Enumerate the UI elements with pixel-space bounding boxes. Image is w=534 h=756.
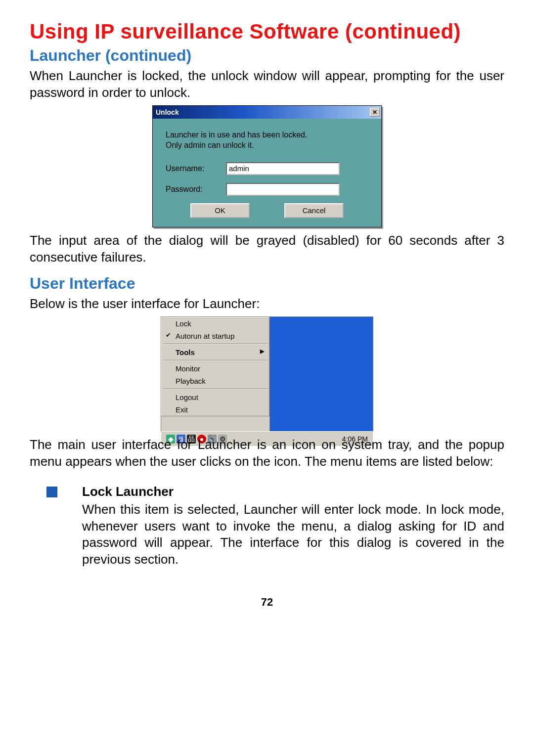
cancel-button[interactable]: Cancel bbox=[284, 203, 344, 218]
launcher-menu-screenshot: Lock Autorun at startup Tools Monitor Pl… bbox=[161, 316, 373, 432]
password-label: Password: bbox=[166, 185, 226, 194]
desktop-background bbox=[270, 317, 373, 431]
page-title: Using IP surveillance Software (continue… bbox=[30, 20, 504, 44]
menu-item-exit[interactable]: Exit bbox=[162, 403, 269, 416]
menu-item-monitor[interactable]: Monitor bbox=[162, 362, 269, 375]
section-ui-heading: User Interface bbox=[30, 274, 504, 293]
context-menu: Lock Autorun at startup Tools Monitor Pl… bbox=[161, 317, 269, 416]
menu-separator bbox=[163, 344, 268, 345]
menu-item-playback[interactable]: Playback bbox=[162, 375, 269, 387]
bullet-lock-launcher-title: Lock Launcher bbox=[82, 484, 504, 499]
password-input[interactable] bbox=[226, 183, 340, 196]
unlock-dialog: Unlock ✕ Launcher is in use and has been… bbox=[152, 105, 382, 227]
intro-paragraph-1: When Launcher is locked, the unlock wind… bbox=[30, 68, 504, 101]
menu-item-autorun[interactable]: Autorun at startup bbox=[162, 330, 269, 342]
username-input[interactable] bbox=[226, 162, 340, 175]
menu-item-lock[interactable]: Lock bbox=[162, 317, 269, 330]
paragraph-ui-description: The main user interface for Launcher is … bbox=[30, 437, 504, 470]
ok-button[interactable]: OK bbox=[190, 203, 250, 218]
section-launcher-heading: Launcher (continued) bbox=[30, 46, 504, 65]
bullet-lock-launcher-text: When this item is selected, Launcher wil… bbox=[82, 501, 504, 568]
dialog-message-line1: Launcher is in use and has been locked. bbox=[166, 130, 368, 140]
dialog-message-line2: Only admin can unlock it. bbox=[166, 140, 368, 151]
dialog-title: Unlock bbox=[156, 108, 179, 116]
menu-item-tools[interactable]: Tools bbox=[162, 346, 269, 358]
paragraph-after-dialog: The input area of the dialog will be gra… bbox=[30, 232, 504, 266]
username-label: Username: bbox=[166, 164, 226, 173]
dialog-message: Launcher is in use and has been locked. … bbox=[166, 130, 368, 151]
menu-separator bbox=[163, 360, 268, 361]
close-icon[interactable]: ✕ bbox=[370, 108, 380, 117]
paragraph-ui-intro: Below is the user interface for Launcher… bbox=[30, 296, 504, 312]
menu-item-logout[interactable]: Logout bbox=[162, 391, 269, 403]
menu-separator bbox=[163, 389, 268, 390]
bullet-icon bbox=[46, 487, 57, 497]
page-number: 72 bbox=[30, 596, 504, 609]
dialog-titlebar: Unlock ✕ bbox=[153, 106, 381, 119]
